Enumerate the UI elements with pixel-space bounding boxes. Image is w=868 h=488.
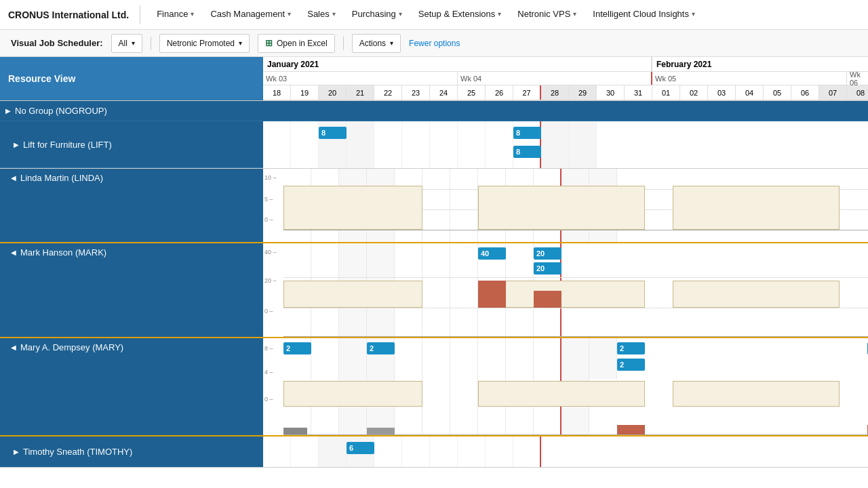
- week-04: Wk 04: [458, 72, 652, 85]
- chevron-down-icon: ▾: [399, 10, 402, 18]
- resource-linda[interactable]: ◀ Linda Martin (LINDA): [0, 169, 263, 242]
- lift-bar-2[interactable]: 8: [513, 127, 541, 139]
- mark-overload-bar-1: [478, 281, 506, 308]
- nav-menu: Finance ▾ Cash Management ▾ Sales ▾ Purc…: [149, 0, 703, 30]
- y-label-40: 40 –: [264, 249, 277, 256]
- day-22: 22: [374, 85, 402, 100]
- all-button[interactable]: All ▾: [111, 34, 142, 53]
- day-05: 05: [764, 85, 791, 100]
- resource-timothy[interactable]: ▶ Timothy Sneath (TIMOTHY): [0, 436, 263, 467]
- day-27: 27: [513, 85, 541, 100]
- week-03: Wk 03: [263, 72, 458, 85]
- y-label-0: 0 –: [264, 308, 273, 314]
- row-timothy: ▶ Timothy Sneath (TIMOTHY): [0, 436, 868, 468]
- resource-mary[interactable]: ◀ Mary A. Dempsey (MARY): [0, 338, 263, 435]
- netronic-promoted-button[interactable]: Netronic Promoted ▾: [159, 34, 250, 53]
- expand-arrow-icon: ◀: [11, 174, 16, 182]
- gantt-timothy: 6: [263, 436, 868, 467]
- mary-gray-bar-2: [367, 428, 395, 434]
- expand-arrow-icon: ▶: [14, 141, 19, 148]
- mary-events-area: 2 2 2 2 3: [283, 338, 868, 379]
- day-row: 18 19 20 21 22 23 24 25 26 27 28 29 30 3…: [263, 85, 868, 100]
- scheduler: Resource View January 2021 February 2021…: [0, 57, 868, 488]
- mary-bar-2c[interactable]: 2: [617, 342, 645, 354]
- company-name: CRONUS International Ltd.: [8, 9, 140, 20]
- calendar-header: January 2021 February 2021 Wk 03 Wk 04 W…: [263, 57, 868, 100]
- day-28: 28: [541, 85, 569, 100]
- week-06: Wk 06: [847, 72, 868, 85]
- top-navigation: CRONUS International Ltd. Finance ▾ Cash…: [0, 0, 868, 30]
- y-label-10: 10 –: [264, 174, 277, 181]
- gantt-nogroup: [263, 101, 868, 121]
- nav-cash-management[interactable]: Cash Management ▾: [202, 0, 299, 30]
- nav-purchasing[interactable]: Purchasing ▾: [344, 0, 410, 30]
- row-mary: ◀ Mary A. Dempsey (MARY) 8 – 4 – 0 –: [0, 338, 868, 436]
- expand-arrow-icon: ▶: [14, 448, 19, 455]
- chevron-down-icon: ▾: [692, 10, 695, 18]
- timothy-bar-6[interactable]: 6: [347, 442, 374, 454]
- gantt-mary: 8 – 4 – 0 –: [263, 338, 868, 435]
- month-feb: February 2021: [652, 57, 868, 71]
- scheduler-header: Resource View January 2021 February 2021…: [0, 57, 868, 101]
- chevron-down-icon: ▾: [390, 39, 393, 47]
- mary-bar-2a[interactable]: 2: [283, 342, 311, 354]
- day-29: 29: [569, 85, 597, 100]
- mary-orange-bar: [617, 425, 645, 434]
- lift-bar-1[interactable]: 8: [319, 127, 347, 139]
- resource-rows-container: ▶ No Group (NOGROUP) ▶ Lift for Furnitur…: [0, 101, 868, 488]
- excel-icon: ⊞: [265, 38, 273, 48]
- row-nogroup: ▶ No Group (NOGROUP): [0, 101, 868, 121]
- resource-nogroup[interactable]: ▶ No Group (NOGROUP): [0, 101, 263, 121]
- y-label-8: 8 –: [264, 345, 273, 352]
- y-label-20: 20 –: [264, 277, 277, 284]
- day-30: 30: [597, 85, 625, 100]
- day-08: 08: [847, 85, 868, 100]
- resource-lift[interactable]: ▶ Lift for Furniture (LIFT): [0, 121, 263, 168]
- nav-setup[interactable]: Setup & Extensions ▾: [410, 0, 509, 30]
- day-02: 02: [680, 85, 708, 100]
- toolbar-label: Visual Job Scheduler:: [11, 38, 103, 48]
- day-01: 01: [652, 85, 680, 100]
- chevron-down-icon: ▾: [239, 39, 242, 47]
- mark-capacity-bar-1: [283, 281, 422, 308]
- mark-bar-40[interactable]: 40: [478, 247, 506, 260]
- linda-capacity-bar-1: [283, 186, 422, 230]
- day-24: 24: [430, 85, 458, 100]
- day-23: 23: [402, 85, 430, 100]
- y-label-4: 4 –: [264, 369, 273, 375]
- chevron-down-icon: ▾: [191, 10, 194, 18]
- lift-bar-3[interactable]: 8: [513, 146, 541, 158]
- actions-button[interactable]: Actions ▾: [352, 34, 401, 53]
- nav-sales[interactable]: Sales ▾: [299, 0, 344, 30]
- day-06: 06: [791, 85, 819, 100]
- mark-events-area: 40 20 20: [283, 243, 868, 277]
- expand-arrow-icon: ◀: [11, 249, 16, 256]
- mary-bar-2b[interactable]: 2: [367, 342, 395, 354]
- y-label-0: 0 –: [264, 396, 273, 403]
- y-label-5: 5 –: [264, 196, 273, 203]
- y-label-0: 0 –: [264, 216, 273, 223]
- app-container: CRONUS International Ltd. Finance ▾ Cash…: [0, 0, 868, 488]
- month-row: January 2021 February 2021: [263, 57, 868, 72]
- day-21: 21: [347, 85, 374, 100]
- mary-bar-2d[interactable]: 2: [617, 359, 645, 371]
- nav-netronic-vps[interactable]: Netronic VPS ▾: [509, 0, 585, 30]
- toolbar-separator: [151, 37, 151, 50]
- mark-bar-20[interactable]: 20: [534, 247, 561, 260]
- expand-arrow-icon: ◀: [11, 344, 16, 351]
- gantt-mark: 40 – 20 – 0 –: [263, 243, 868, 337]
- open-excel-button[interactable]: ⊞ Open in Excel: [258, 34, 335, 53]
- day-19: 19: [291, 85, 319, 100]
- mary-gray-bar-1: [283, 428, 307, 434]
- nav-finance[interactable]: Finance ▾: [149, 0, 202, 30]
- row-linda: ◀ Linda Martin (LINDA) 10 – 5 – 0 –: [0, 169, 868, 243]
- mark-bar-20b[interactable]: 20: [534, 262, 561, 274]
- toolbar-separator-2: [343, 37, 344, 50]
- chevron-down-icon: ▾: [573, 10, 576, 18]
- row-lift: ▶ Lift for Furniture (LIFT): [0, 121, 868, 169]
- mary-capacity-bar-1: [283, 381, 422, 407]
- fewer-options-link[interactable]: Fewer options: [409, 39, 460, 48]
- gantt-lift: 8 8 8: [263, 121, 868, 168]
- nav-intelligent-cloud[interactable]: Intelligent Cloud Insights ▾: [585, 0, 703, 30]
- resource-mark[interactable]: ◀ Mark Hanson (MARK): [0, 243, 263, 337]
